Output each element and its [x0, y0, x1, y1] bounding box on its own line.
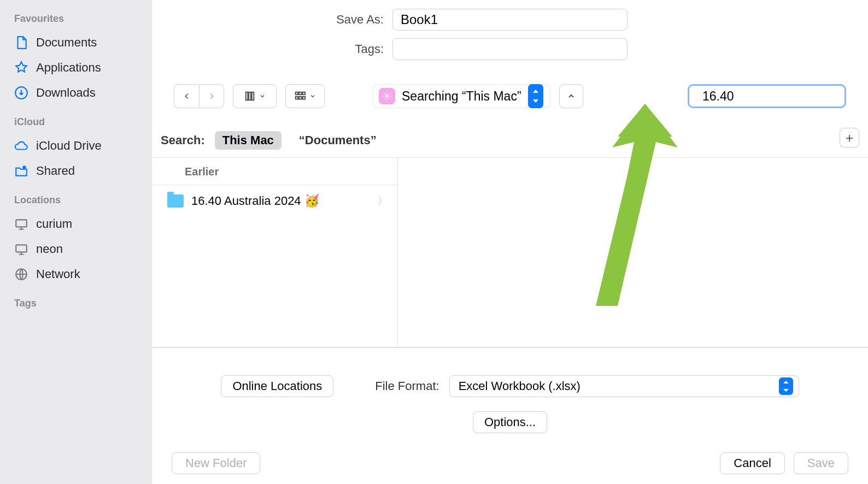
main-panel: Save As: Tags: [152, 0, 868, 484]
location-text: Searching “This Mac” [402, 89, 521, 104]
save-button[interactable]: Save [794, 452, 848, 474]
computer-icon [14, 217, 28, 231]
sidebar-item-label: iCloud Drive [36, 139, 102, 153]
file-format-select[interactable]: Excel Workbook (.xlsx) [449, 375, 799, 397]
sidebar-item-neon[interactable]: neon [0, 237, 152, 262]
add-criteria-button[interactable]: ＋ [840, 128, 859, 147]
svg-rect-5 [246, 92, 248, 101]
tags-label: Tags: [185, 42, 392, 56]
sidebar: Favourites Documents Applications Downlo… [0, 0, 152, 484]
sidebar-section-tags: Tags [0, 298, 152, 315]
sidebar-section-favourites: Favourites [0, 13, 152, 30]
scope-documents[interactable]: “Documents” [291, 131, 384, 150]
sidebar-item-label: curium [36, 217, 72, 231]
svg-rect-11 [296, 97, 298, 99]
svg-rect-7 [252, 92, 254, 101]
chevron-right-icon: 〉 [378, 194, 388, 208]
save-as-input[interactable] [392, 9, 627, 31]
svg-rect-9 [299, 92, 302, 95]
scope-this-mac[interactable]: This Mac [215, 131, 281, 150]
svg-rect-6 [249, 92, 251, 101]
sidebar-item-documents[interactable]: Documents [0, 30, 152, 55]
document-icon [14, 36, 28, 50]
search-field[interactable] [688, 84, 846, 108]
new-folder-button[interactable]: New Folder [172, 452, 260, 474]
svg-rect-10 [303, 92, 306, 95]
svg-rect-3 [16, 245, 27, 252]
save-as-label: Save As: [185, 13, 392, 27]
applications-icon [14, 61, 28, 75]
sidebar-item-label: Network [36, 267, 80, 281]
svg-rect-13 [303, 97, 306, 99]
cancel-button[interactable]: Cancel [720, 452, 784, 474]
folder-icon [167, 194, 184, 208]
sidebar-item-applications[interactable]: Applications [0, 55, 152, 80]
smart-folder-icon [379, 88, 395, 104]
file-format-label: File Format: [375, 379, 439, 393]
forward-button[interactable] [199, 84, 224, 108]
sidebar-item-icloud-drive[interactable]: iCloud Drive [0, 133, 152, 158]
sidebar-item-shared[interactable]: Shared [0, 158, 152, 184]
location-popup[interactable]: Searching “This Mac” [373, 84, 550, 108]
select-stepper-icon [779, 377, 793, 395]
sidebar-item-label: Shared [36, 164, 75, 178]
sidebar-section-locations: Locations [0, 194, 152, 211]
options-button[interactable]: Options... [473, 411, 547, 433]
svg-rect-12 [299, 97, 302, 99]
results-group-header: Earlier [152, 158, 397, 185]
sidebar-item-label: Downloads [36, 86, 96, 100]
view-mode-button[interactable] [233, 84, 277, 108]
sidebar-item-network[interactable]: Network [0, 262, 152, 287]
svg-point-14 [386, 95, 389, 98]
cloud-icon [14, 139, 28, 153]
sidebar-item-downloads[interactable]: Downloads [0, 80, 152, 105]
sidebar-item-label: Documents [36, 36, 97, 50]
result-name: 16.40 Australia 2024 🥳 [191, 194, 319, 208]
search-scope-label: Search: [161, 133, 205, 147]
group-by-button[interactable] [285, 84, 325, 108]
download-icon [14, 86, 28, 100]
sidebar-item-label: neon [36, 242, 63, 256]
back-button[interactable] [174, 84, 199, 108]
file-format-value: Excel Workbook (.xlsx) [459, 379, 773, 393]
svg-rect-2 [16, 220, 27, 227]
svg-rect-8 [296, 92, 298, 95]
sidebar-item-curium[interactable]: curium [0, 211, 152, 237]
sidebar-item-label: Applications [36, 61, 101, 75]
shared-folder-icon [14, 164, 28, 178]
svg-point-1 [22, 166, 26, 169]
location-stepper-icon [528, 84, 543, 108]
result-row[interactable]: 16.40 Australia 2024 🥳 〉 [152, 185, 397, 217]
preview-pane [398, 158, 868, 347]
sidebar-section-icloud: iCloud [0, 116, 152, 133]
tags-input[interactable] [392, 38, 627, 60]
network-icon [14, 267, 28, 281]
online-locations-button[interactable]: Online Locations [221, 375, 333, 397]
computer-icon [14, 242, 28, 256]
collapse-button[interactable] [559, 84, 583, 108]
search-input[interactable] [702, 89, 864, 104]
